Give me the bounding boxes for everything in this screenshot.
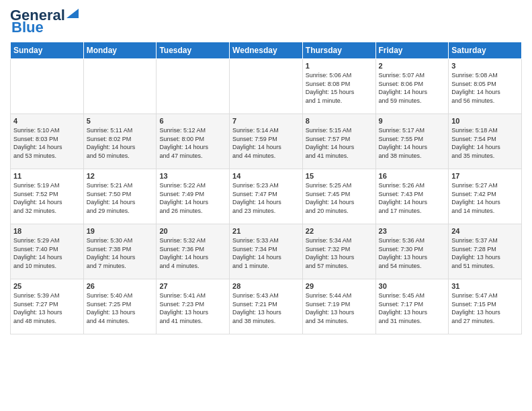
day-info: Sunrise: 5:06 AMSunset: 8:08 PMDaylight:…	[306, 71, 373, 105]
day-cell	[157, 59, 230, 114]
day-cell: 8Sunrise: 5:15 AMSunset: 7:57 PMDaylight…	[302, 114, 375, 169]
day-number: 7	[232, 117, 300, 125]
day-cell: 19Sunrise: 5:30 AMSunset: 7:38 PMDayligh…	[83, 224, 157, 279]
day-info: Sunrise: 5:07 AMSunset: 8:06 PMDaylight:…	[379, 71, 446, 105]
day-cell: 9Sunrise: 5:17 AMSunset: 7:55 PMDaylight…	[375, 114, 449, 169]
header-cell-friday: Friday	[375, 42, 449, 59]
day-info: Sunrise: 5:30 AMSunset: 7:38 PMDaylight:…	[87, 236, 154, 270]
day-info: Sunrise: 5:23 AMSunset: 7:47 PMDaylight:…	[232, 181, 300, 215]
day-info: Sunrise: 5:10 AMSunset: 8:03 PMDaylight:…	[13, 126, 81, 160]
day-number: 3	[451, 62, 519, 70]
day-info: Sunrise: 5:25 AMSunset: 7:45 PMDaylight:…	[306, 181, 373, 215]
day-cell: 5Sunrise: 5:11 AMSunset: 8:02 PMDaylight…	[83, 114, 157, 169]
day-number: 10	[451, 117, 519, 125]
day-number: 11	[13, 172, 81, 180]
calendar-table: SundayMondayTuesdayWednesdayThursdayFrid…	[10, 42, 522, 334]
day-number: 13	[159, 172, 226, 180]
day-cell: 29Sunrise: 5:44 AMSunset: 7:19 PMDayligh…	[302, 279, 375, 334]
day-info: Sunrise: 5:41 AMSunset: 7:23 PMDaylight:…	[159, 291, 226, 325]
day-cell: 4Sunrise: 5:10 AMSunset: 8:03 PMDaylight…	[11, 114, 84, 169]
day-info: Sunrise: 5:36 AMSunset: 7:30 PMDaylight:…	[379, 236, 446, 270]
day-number: 24	[451, 227, 519, 235]
day-cell: 25Sunrise: 5:39 AMSunset: 7:27 PMDayligh…	[11, 279, 84, 334]
day-cell: 24Sunrise: 5:37 AMSunset: 7:28 PMDayligh…	[449, 224, 522, 279]
week-row-3: 11Sunrise: 5:19 AMSunset: 7:52 PMDayligh…	[11, 169, 522, 224]
day-number: 5	[87, 117, 154, 125]
day-number: 21	[232, 227, 300, 235]
day-cell: 16Sunrise: 5:26 AMSunset: 7:43 PMDayligh…	[375, 169, 449, 224]
week-row-2: 4Sunrise: 5:10 AMSunset: 8:03 PMDaylight…	[11, 114, 522, 169]
header-cell-tuesday: Tuesday	[157, 42, 230, 59]
day-number: 14	[232, 172, 300, 180]
svg-marker-0	[66, 9, 79, 18]
day-cell: 3Sunrise: 5:08 AMSunset: 8:05 PMDaylight…	[449, 59, 522, 114]
day-info: Sunrise: 5:39 AMSunset: 7:27 PMDaylight:…	[13, 291, 81, 325]
week-row-5: 25Sunrise: 5:39 AMSunset: 7:27 PMDayligh…	[11, 279, 522, 334]
header: General Blue	[10, 7, 522, 36]
day-cell: 7Sunrise: 5:14 AMSunset: 7:59 PMDaylight…	[230, 114, 303, 169]
day-number: 28	[232, 282, 300, 290]
day-cell: 17Sunrise: 5:27 AMSunset: 7:42 PMDayligh…	[449, 169, 522, 224]
day-info: Sunrise: 5:27 AMSunset: 7:42 PMDaylight:…	[451, 181, 519, 215]
day-number: 27	[159, 282, 226, 290]
day-number: 8	[306, 117, 373, 125]
day-number: 9	[379, 117, 446, 125]
header-cell-saturday: Saturday	[449, 42, 522, 59]
day-cell: 1Sunrise: 5:06 AMSunset: 8:08 PMDaylight…	[302, 59, 375, 114]
day-cell: 27Sunrise: 5:41 AMSunset: 7:23 PMDayligh…	[157, 279, 230, 334]
day-info: Sunrise: 5:15 AMSunset: 7:57 PMDaylight:…	[306, 126, 373, 160]
day-info: Sunrise: 5:37 AMSunset: 7:28 PMDaylight:…	[451, 236, 519, 270]
logo-icon	[66, 9, 79, 18]
day-cell: 12Sunrise: 5:21 AMSunset: 7:50 PMDayligh…	[83, 169, 157, 224]
header-row: SundayMondayTuesdayWednesdayThursdayFrid…	[11, 42, 522, 59]
day-cell: 2Sunrise: 5:07 AMSunset: 8:06 PMDaylight…	[375, 59, 449, 114]
logo: General Blue	[10, 7, 79, 36]
day-cell: 6Sunrise: 5:12 AMSunset: 8:00 PMDaylight…	[157, 114, 230, 169]
day-cell: 31Sunrise: 5:47 AMSunset: 7:15 PMDayligh…	[449, 279, 522, 334]
day-info: Sunrise: 5:40 AMSunset: 7:25 PMDaylight:…	[87, 291, 154, 325]
day-info: Sunrise: 5:34 AMSunset: 7:32 PMDaylight:…	[306, 236, 373, 270]
day-info: Sunrise: 5:17 AMSunset: 7:55 PMDaylight:…	[379, 126, 446, 160]
day-info: Sunrise: 5:11 AMSunset: 8:02 PMDaylight:…	[87, 126, 154, 160]
day-cell: 18Sunrise: 5:29 AMSunset: 7:40 PMDayligh…	[11, 224, 84, 279]
week-row-4: 18Sunrise: 5:29 AMSunset: 7:40 PMDayligh…	[11, 224, 522, 279]
header-cell-wednesday: Wednesday	[230, 42, 303, 59]
day-info: Sunrise: 5:22 AMSunset: 7:49 PMDaylight:…	[159, 181, 226, 215]
day-cell: 22Sunrise: 5:34 AMSunset: 7:32 PMDayligh…	[302, 224, 375, 279]
day-number: 16	[379, 172, 446, 180]
day-info: Sunrise: 5:08 AMSunset: 8:05 PMDaylight:…	[451, 71, 519, 105]
day-number: 18	[13, 227, 81, 235]
day-cell: 13Sunrise: 5:22 AMSunset: 7:49 PMDayligh…	[157, 169, 230, 224]
week-row-1: 1Sunrise: 5:06 AMSunset: 8:08 PMDaylight…	[11, 59, 522, 114]
page-container: General Blue SundayMondayTuesdayWednesda…	[0, 0, 532, 341]
day-number: 15	[306, 172, 373, 180]
day-number: 17	[451, 172, 519, 180]
day-cell: 10Sunrise: 5:18 AMSunset: 7:54 PMDayligh…	[449, 114, 522, 169]
day-cell: 26Sunrise: 5:40 AMSunset: 7:25 PMDayligh…	[83, 279, 157, 334]
day-cell	[83, 59, 157, 114]
day-info: Sunrise: 5:21 AMSunset: 7:50 PMDaylight:…	[87, 181, 154, 215]
logo-blue: Blue	[11, 19, 44, 36]
day-cell: 23Sunrise: 5:36 AMSunset: 7:30 PMDayligh…	[375, 224, 449, 279]
day-info: Sunrise: 5:44 AMSunset: 7:19 PMDaylight:…	[306, 291, 373, 325]
day-number: 22	[306, 227, 373, 235]
header-cell-monday: Monday	[83, 42, 157, 59]
day-cell	[230, 59, 303, 114]
day-info: Sunrise: 5:26 AMSunset: 7:43 PMDaylight:…	[379, 181, 446, 215]
day-info: Sunrise: 5:32 AMSunset: 7:36 PMDaylight:…	[159, 236, 226, 270]
day-cell: 11Sunrise: 5:19 AMSunset: 7:52 PMDayligh…	[11, 169, 84, 224]
day-cell: 15Sunrise: 5:25 AMSunset: 7:45 PMDayligh…	[302, 169, 375, 224]
day-info: Sunrise: 5:14 AMSunset: 7:59 PMDaylight:…	[232, 126, 300, 160]
header-cell-sunday: Sunday	[11, 42, 84, 59]
day-number: 19	[87, 227, 154, 235]
day-info: Sunrise: 5:43 AMSunset: 7:21 PMDaylight:…	[232, 291, 300, 325]
day-info: Sunrise: 5:29 AMSunset: 7:40 PMDaylight:…	[13, 236, 81, 270]
calendar-body: 1Sunrise: 5:06 AMSunset: 8:08 PMDaylight…	[11, 59, 522, 334]
day-number: 26	[87, 282, 154, 290]
day-number: 12	[87, 172, 154, 180]
day-cell	[11, 59, 84, 114]
day-number: 30	[379, 282, 446, 290]
day-number: 4	[13, 117, 81, 125]
day-number: 20	[159, 227, 226, 235]
day-number: 1	[306, 62, 373, 70]
